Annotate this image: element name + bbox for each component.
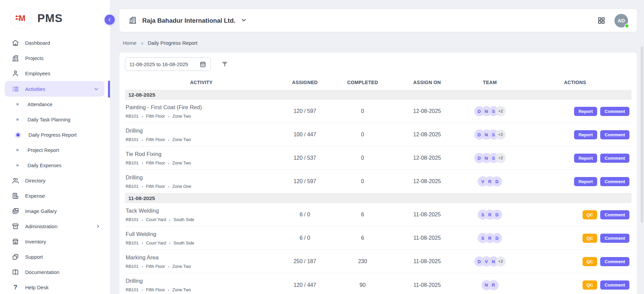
qc-button[interactable]: QC [583,210,597,219]
chevron-right-icon: › [141,40,143,46]
comment-button[interactable]: Comment [600,210,629,219]
apps-grid-icon[interactable] [597,16,606,25]
breadcrumb-home[interactable]: Home [123,40,136,46]
assign-on-value: 12-08-2025 [393,108,461,114]
report-button[interactable]: Report [574,154,597,163]
sidebar-item-employees[interactable]: Employees [0,66,110,81]
sidebar-item-image-gallary[interactable]: Image Gallary [0,203,110,219]
sidebar-item-dashboard[interactable]: Dashboard [0,35,110,51]
chevron-right-icon: › [142,138,143,142]
completed-value: 230 [332,258,393,264]
comment-button[interactable]: Comment [600,280,629,290]
bullet-icon [16,103,19,105]
filter-funnel-icon[interactable] [221,60,228,68]
assign-on-value: 12-08-2025 [393,155,461,161]
assign-on-value: 12-08-2025 [393,132,461,138]
assign-on-value: 11-08-2025 [393,212,461,218]
sidebar-item-project-report[interactable]: Project Report [0,142,110,158]
comment-button[interactable]: Comment [600,257,629,266]
report-button[interactable]: Report [574,130,597,139]
sidebar-item-administration[interactable]: Administration [0,219,110,234]
sidebar-item-label: Directory [25,178,45,183]
table-row: Drilling RB101› Fifth Floor› Zone Two 12… [125,273,631,294]
layers-icon [12,253,19,261]
sidebar-item-daily-progress-report[interactable]: Daily Progress Report [0,127,110,142]
team-avatars: S R D [461,233,519,243]
sidebar-item-expense[interactable]: Expense [0,188,110,203]
top-header-bar: Raja Bahadur International Ltd. AD [119,9,637,32]
report-button[interactable]: Report [574,107,597,116]
assigned-value: 6 / 0 [278,235,332,241]
column-header-team: TEAM [461,80,519,85]
sidebar-item-projects[interactable]: Projects [0,51,110,66]
date-range-picker[interactable] [125,57,211,71]
sidebar-item-attendance[interactable]: Attendance [0,97,110,112]
header-actions: AD [597,14,628,27]
comment-button[interactable]: Comment [600,234,629,243]
qc-button[interactable]: QC [583,257,597,266]
team-avatars: N R [461,280,519,290]
comment-button[interactable]: Comment [600,130,629,139]
scrollbar-thumb[interactable] [641,46,643,223]
qc-button[interactable]: QC [583,234,597,243]
chevron-right-icon: › [142,218,143,222]
team-avatar-more: +2 [496,256,506,267]
sidebar-item-daily-expenses[interactable]: Daily Expenses [0,158,110,173]
team-avatars: D N S +2 [461,130,519,140]
user-avatar[interactable]: AD [614,14,628,27]
column-header-assigned: ASSIGNED [278,80,332,85]
team-avatars: D V N +2 [461,256,519,267]
company-name: Raja Bahadur International Ltd. [142,17,235,24]
chevron-right-icon: › [168,184,169,189]
completed-value: 0 [332,155,393,161]
sidebar-item-documentation[interactable]: Documentation [0,264,110,280]
list-icon [12,85,19,93]
company-selector[interactable]: Raja Bahadur International Ltd. [128,16,247,26]
sidebar-item-help-desk[interactable]: ? Help Desk [0,280,110,294]
team-avatar: D [492,210,502,220]
breadcrumb-current: Daily Progress Report [148,40,198,46]
team-avatars: V R D [461,176,519,187]
content-card: ACTIVITY ASSIGNED COMPLETED ASSIGN ON TE… [119,53,637,294]
breadcrumb: Home › Daily Progress Report [123,40,198,46]
archive-icon [12,222,19,230]
team-avatars: S R D [461,210,519,220]
sidebar-item-inventory[interactable]: Inventory [0,234,110,249]
person-icon [12,70,19,77]
completed-value: 0 [332,132,393,138]
assigned-value: 120 / 447 [278,282,332,288]
activity-title: Tie Rod Fixing [126,151,278,157]
chevron-right-icon: › [168,288,169,292]
comment-button[interactable]: Comment [600,154,629,163]
sidebar-collapse-button[interactable] [105,15,115,25]
sidebar-item-label: Image Gallary [25,208,57,214]
report-button[interactable]: Report [574,177,597,186]
sidebar-item-directory[interactable]: Directory [0,173,110,188]
activities-submenu: Attendance Daily Task Planning Daily Pro… [0,97,110,173]
filter-row [125,57,631,71]
comment-button[interactable]: Comment [600,177,629,186]
storefront-icon [12,238,19,246]
team-avatar-more: +2 [496,106,506,116]
bullet-icon [16,164,19,166]
chevron-right-icon [95,224,100,229]
sidebar-item-activities[interactable]: Activities [5,81,105,97]
activity-title: Tack Welding [126,208,278,214]
sidebar-item-support[interactable]: Support [0,249,110,264]
team-avatar-more: +2 [496,130,506,140]
app-title: PMS [37,12,63,25]
activity-title: Drilling [126,128,278,134]
completed-value: 0 [332,178,393,184]
date-range-input[interactable] [129,61,196,67]
qc-button[interactable]: QC [583,280,597,290]
comment-button[interactable]: Comment [600,107,629,116]
table-row: Painting - First Coat (Fire Red) RB101› … [125,100,631,123]
activity-location: RB101› Court Yard› South Side [126,217,278,222]
chevron-right-icon: › [169,218,170,222]
table-row: Full Welding RB101› Court Yard› South Si… [125,227,631,250]
sidebar-item-daily-task-planning[interactable]: Daily Task Planning [0,112,110,127]
activity-location: RB101› Fifth Floor› Zone Two [126,114,278,119]
chevron-down-icon [240,17,247,25]
column-header-activity: ACTIVITY [125,80,278,85]
sidebar-item-label: Dashboard [25,40,50,46]
